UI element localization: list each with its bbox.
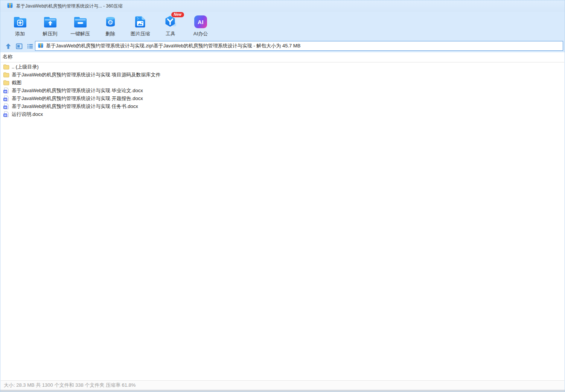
file-name: .. (上级目录) — [12, 64, 39, 70]
list-view-icon — [26, 43, 34, 50]
one-click-extract-button[interactable]: 一键解压 — [65, 12, 95, 37]
folder-icon — [3, 79, 9, 86]
toolbar-label: 一键解压 — [70, 30, 90, 37]
ai-office-button[interactable]: AI AI办公 — [186, 12, 216, 37]
file-name: 运行说明.docx — [12, 111, 43, 118]
app-window: 基于JavaWeb的机房预约管理系统设计与... - 360压缩 添加 — [0, 0, 565, 392]
view-mode-button[interactable] — [15, 42, 23, 50]
delete-button[interactable]: 删除 — [95, 12, 125, 37]
extract-to-folder-icon — [41, 14, 59, 30]
status-text: 大小: 28.3 MB 共 1300 个文件和 338 个文件夹 压缩率 61.… — [4, 382, 136, 389]
file-name: 截图 — [12, 79, 21, 86]
window-bottom-edge — [0, 390, 565, 392]
list-item-docx[interactable]: W 基于JavaWeb的机房预约管理系统设计与实现 任务书.docx — [1, 102, 564, 110]
list-item-parent-directory[interactable]: .. (上级目录) — [1, 63, 564, 71]
svg-text:W: W — [4, 114, 7, 117]
tools-cube-icon: New — [162, 14, 179, 30]
new-badge: New — [171, 12, 184, 17]
view-mode-icon — [15, 43, 23, 50]
add-folder-icon — [11, 14, 29, 30]
word-document-icon: W — [3, 103, 9, 109]
folder-icon — [3, 64, 9, 70]
add-button[interactable]: 添加 — [5, 12, 35, 37]
one-click-extract-folder-icon — [72, 14, 89, 30]
ai-office-icon: AI — [192, 14, 209, 30]
delete-trash-icon — [102, 14, 119, 30]
list-item-folder[interactable]: 截图 — [1, 79, 564, 87]
image-compress-button[interactable]: 图片压缩 — [125, 12, 155, 37]
file-name: 基于JavaWeb的机房预约管理系统设计与实现 毕业论文.docx — [12, 87, 143, 94]
up-arrow-icon — [5, 43, 12, 50]
svg-text:W: W — [4, 90, 7, 93]
toolbar-label: 添加 — [15, 30, 25, 37]
toolbar-label: 解压到 — [43, 30, 58, 37]
file-name: 基于JavaWeb的机房预约管理系统设计与实现 开题报告.docx — [12, 95, 143, 102]
address-path: 基于JavaWeb的机房预约管理系统设计与实现.zip\基于JavaWeb的机房… — [46, 43, 300, 49]
tools-button[interactable]: New 工具 — [155, 12, 186, 37]
toolbar-label: AI办公 — [193, 30, 208, 37]
word-document-icon: W — [3, 111, 9, 117]
list-item-docx[interactable]: W 基于JavaWeb的机房预约管理系统设计与实现 开题报告.docx — [1, 94, 564, 102]
file-name: 基于JavaWeb的机房预约管理系统设计与实现 项目源码及数据库文件 — [12, 71, 161, 78]
toolbar-label: 删除 — [105, 30, 115, 37]
window-title: 基于JavaWeb的机房预约管理系统设计与... - 360压缩 — [16, 3, 123, 9]
file-name: 基于JavaWeb的机房预约管理系统设计与实现 任务书.docx — [12, 103, 138, 110]
file-list: .. (上级目录) 基于JavaWeb的机房预约管理系统设计与实现 项目源码及数… — [1, 63, 564, 118]
status-bar: 大小: 28.3 MB 共 1300 个文件和 338 个文件夹 压缩率 61.… — [1, 380, 564, 390]
word-document-icon: W — [3, 87, 9, 94]
svg-text:W: W — [4, 98, 7, 101]
title-bar: 基于JavaWeb的机房预约管理系统设计与... - 360压缩 — [0, 0, 565, 12]
archive-file-icon — [38, 43, 44, 50]
list-item-docx[interactable]: W 基于JavaWeb的机房预约管理系统设计与实现 毕业论文.docx — [1, 87, 564, 94]
image-compress-icon — [132, 14, 149, 30]
word-document-icon: W — [3, 95, 9, 102]
column-header-name[interactable]: 名称 — [1, 52, 564, 62]
main-toolbar: 添加 解压到 — [0, 12, 565, 40]
extract-to-button[interactable]: 解压到 — [35, 12, 65, 37]
up-directory-button[interactable] — [4, 42, 12, 50]
list-view-button[interactable] — [26, 42, 34, 50]
list-item-folder[interactable]: 基于JavaWeb的机房预约管理系统设计与实现 项目源码及数据库文件 — [1, 71, 564, 79]
toolbar-label: 图片压缩 — [131, 30, 150, 37]
address-bar[interactable]: 基于JavaWeb的机房预约管理系统设计与实现.zip\基于JavaWeb的机房… — [35, 41, 563, 51]
toolbar-label: 工具 — [166, 30, 175, 37]
list-item-docx[interactable]: W 运行说明.docx — [1, 110, 564, 118]
svg-text:W: W — [4, 106, 7, 109]
archive-file-icon — [7, 2, 13, 10]
folder-icon — [3, 71, 9, 78]
address-row: 基于JavaWeb的机房预约管理系统设计与实现.zip\基于JavaWeb的机房… — [0, 40, 565, 52]
